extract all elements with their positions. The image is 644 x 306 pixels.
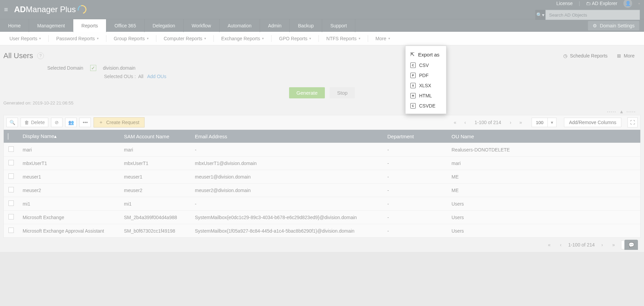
user-menu[interactable]: 👤 [623, 0, 632, 8]
tab-backup[interactable]: Backup [290, 19, 322, 32]
collapse-up-icon[interactable]: ▲ [619, 109, 624, 114]
grip-left-icon[interactable]: ▪▪▪▪▪ [607, 110, 617, 114]
export-csv[interactable]: CCSV [406, 60, 446, 70]
domain-settings-button[interactable]: ⚙ Domain Settings [588, 21, 639, 30]
page-title: All Users [3, 51, 33, 60]
row-checkbox[interactable] [8, 173, 14, 179]
add-ous-link[interactable]: Add OUs [147, 74, 166, 79]
chevron-down-icon: ▾ [359, 37, 360, 40]
col-display-name[interactable]: Display Name [23, 133, 54, 139]
scrollbar-track[interactable] [632, 130, 640, 143]
menu-icon[interactable]: ≡ [4, 6, 8, 14]
table-row[interactable]: meuser1meuser1meuser1@division.domain-ME [4, 170, 640, 184]
clock-icon: ◷ [563, 53, 567, 58]
row-checkbox[interactable] [8, 187, 14, 192]
page-last-button[interactable]: » [517, 118, 525, 126]
users-button[interactable]: 👥 [65, 118, 77, 127]
scrollbar-track[interactable] [632, 157, 640, 170]
page-prev-button[interactable]: ‹ [461, 118, 469, 126]
page-last-button-bottom[interactable]: » [610, 241, 618, 249]
cell-email: SystemMailbox{e0dc1c29-89c3-4034-b678-e6… [191, 211, 383, 224]
col-ou-name[interactable]: OU Name [447, 130, 632, 143]
domain-checkbox[interactable]: ✓ [90, 65, 96, 71]
submenu-ntfs-reports[interactable]: NTFS Reports▾ [320, 32, 366, 45]
tab-reports[interactable]: Reports [73, 19, 106, 32]
submenu-user-reports[interactable]: User Reports▾ [3, 32, 47, 45]
disable-button[interactable]: ⊘ [51, 118, 62, 127]
scrollbar-track[interactable] [632, 211, 640, 224]
col-department[interactable]: Department [383, 130, 447, 143]
tab-home[interactable]: Home [0, 19, 29, 32]
delete-button[interactable]: 🗑 Delete [21, 118, 48, 127]
table-row[interactable]: Microsoft Exchange Approval AssistantSM_… [4, 224, 640, 238]
col-email[interactable]: Email Address [191, 130, 383, 143]
tab-admin[interactable]: Admin [260, 19, 290, 32]
page-first-button-bottom[interactable]: « [545, 241, 553, 249]
table-row[interactable]: marimari--Realusers-DONOTDELETE [4, 143, 640, 157]
cell-display-name: meuser2 [19, 184, 120, 197]
scrollbar-track[interactable] [632, 224, 640, 238]
submenu-more[interactable]: More▾ [369, 32, 396, 45]
more-actions-button[interactable]: ••• [79, 118, 91, 127]
table-row[interactable]: mbxUserT1mbxUserT1mbxUserT1@division.dom… [4, 157, 640, 170]
tab-automation[interactable]: Automation [220, 19, 260, 32]
cell-display-name: Microsoft Exchange [19, 211, 120, 224]
tab-workflow[interactable]: Workflow [184, 19, 220, 32]
table-row[interactable]: mi1mi1--Users [4, 197, 640, 211]
cell-ou: Users [447, 224, 632, 238]
submenu-group-reports[interactable]: Group Reports▾ [108, 32, 155, 45]
export-html[interactable]: HHTML [406, 91, 446, 101]
page-size-dropdown[interactable]: ▾ [547, 118, 556, 127]
license-link[interactable]: License [557, 1, 573, 6]
chevron-down-icon[interactable]: ▾ [638, 2, 640, 5]
scrollbar-track[interactable] [632, 197, 640, 211]
fullscreen-button[interactable]: ⛶ [627, 117, 638, 127]
export-pdf[interactable]: PPDF [406, 70, 446, 80]
row-checkbox[interactable] [8, 146, 14, 152]
page-first-button[interactable]: « [451, 118, 459, 126]
select-all-checkbox[interactable] [8, 133, 8, 140]
page-next-button-bottom[interactable]: › [598, 241, 606, 249]
cell-dept: - [383, 184, 447, 197]
page-prev-button-bottom[interactable]: ‹ [557, 241, 565, 249]
submenu-computer-reports[interactable]: Computer Reports▾ [158, 32, 212, 45]
gear-icon: ⚙ [593, 23, 597, 28]
page-next-button[interactable]: › [507, 118, 515, 126]
col-sam-account[interactable]: SAM Account Name [120, 130, 191, 143]
help-icon[interactable]: ? [37, 52, 44, 59]
page-info-bottom: 1-100 of 214 [568, 242, 595, 248]
row-checkbox[interactable] [8, 214, 14, 219]
ad-explorer-link[interactable]: 🗀 AD Explorer [586, 1, 617, 6]
search-icon[interactable]: 🔍▾ [535, 10, 545, 20]
scrollbar-track[interactable] [632, 184, 640, 197]
submenu-password-reports[interactable]: Password Reports▾ [50, 32, 104, 45]
table-row[interactable]: Microsoft ExchangeSM_2b4a399f004d4a988Sy… [4, 211, 640, 224]
tab-office-365[interactable]: Office 365 [106, 19, 145, 32]
search-filter-button[interactable]: 🔍 [6, 118, 18, 127]
row-checkbox[interactable] [8, 228, 14, 233]
tab-management[interactable]: Management [29, 19, 73, 32]
tab-delegation[interactable]: Delegation [145, 19, 184, 32]
create-request-button[interactable]: ＋ Create Request [94, 117, 144, 127]
chat-float-button[interactable]: 💬 [624, 240, 638, 250]
more-button[interactable]: ⊞ More [617, 53, 635, 58]
scrollbar-track[interactable] [632, 170, 640, 184]
submenu-exchange-reports[interactable]: Exchange Reports▾ [215, 32, 270, 45]
add-remove-columns-button[interactable]: Add/Remove Columns [564, 118, 621, 127]
stop-button[interactable]: Stop [330, 87, 355, 98]
row-checkbox[interactable] [8, 201, 14, 206]
export-csvde[interactable]: CCSVDE [406, 101, 446, 111]
page-size-input[interactable] [532, 118, 547, 127]
schedule-reports-button[interactable]: ◷ Schedule Reports [563, 53, 608, 58]
row-checkbox[interactable] [8, 160, 14, 165]
cell-ou: ME [447, 170, 632, 184]
grip-right-icon[interactable]: ▪▪▪▪▪ [626, 110, 636, 114]
cell-dept: - [383, 197, 447, 211]
submenu-gpo-reports[interactable]: GPO Reports▾ [273, 32, 317, 45]
table-row[interactable]: meuser2meuser2meuser2@division.domain-ME [4, 184, 640, 197]
export-xlsx[interactable]: XXLSX [406, 80, 446, 91]
search-input[interactable] [545, 10, 640, 20]
generate-button[interactable]: Generate [289, 87, 325, 98]
scrollbar-track[interactable] [632, 143, 640, 157]
tab-support[interactable]: Support [322, 19, 355, 32]
